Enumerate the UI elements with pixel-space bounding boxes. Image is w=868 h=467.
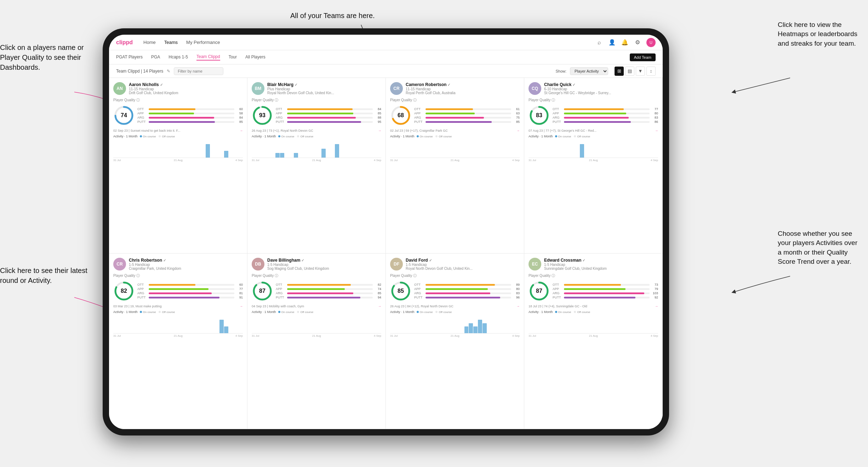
nav-teams[interactable]: Teams (164, 40, 178, 45)
round-arrow[interactable]: → (378, 304, 381, 308)
search-icon[interactable]: ⌕ (595, 39, 603, 46)
stat-bar (426, 284, 495, 286)
round-arrow[interactable]: → (516, 129, 520, 132)
tab-tour[interactable]: Tour (229, 55, 237, 60)
verified-icon: ✓ (295, 83, 297, 87)
activity-title: Activity · 1 Month (390, 135, 415, 138)
stat-bar-bg (287, 284, 373, 286)
stat-row: OTT 60 (137, 283, 243, 286)
player-card[interactable]: DB Dave Billingham ✓ 1-5 Handicap Sog Ma… (247, 254, 386, 429)
quality-circle[interactable]: 68 (390, 105, 411, 126)
player-name[interactable]: Charlie Quick ✓ (544, 82, 658, 87)
round-arrow[interactable]: → (655, 129, 658, 132)
stat-row: APP 85 (276, 112, 381, 115)
stat-bar-bg (564, 297, 650, 298)
filter-icon[interactable]: ▼ (636, 67, 645, 76)
sort-icon[interactable]: ↕ (646, 67, 656, 76)
search-input[interactable] (174, 67, 223, 75)
tab-all-players[interactable]: All Players (245, 55, 265, 60)
chart-bar (294, 153, 298, 158)
quality-circle[interactable]: 87 (252, 280, 273, 302)
stat-bar (426, 292, 490, 294)
round-text: 26 Aug 23 | 73 (+1), Royal North Devon G… (252, 129, 313, 132)
avatar[interactable]: U (646, 38, 656, 47)
stat-row: APP 77 (137, 287, 243, 291)
verified-icon: ✓ (582, 258, 585, 262)
player-name[interactable]: Cameron Robertson ✓ (406, 82, 520, 87)
round-arrow[interactable]: → (378, 129, 381, 132)
nav-home[interactable]: Home (143, 40, 156, 45)
chart-area (252, 139, 381, 158)
date-end: 4 Sep (651, 334, 658, 337)
quality-circle[interactable]: 93 (252, 105, 273, 126)
on-course-label: On course (420, 311, 433, 314)
settings-icon[interactable]: ⚙ (634, 39, 641, 46)
date-mid: 21 Aug (174, 159, 183, 162)
stat-bar (564, 284, 621, 286)
stat-label: PUTT (137, 296, 147, 299)
stat-label: OTT (553, 107, 563, 111)
quality-circle[interactable]: 83 (529, 105, 550, 126)
bell-icon[interactable]: 🔔 (621, 39, 629, 46)
on-course-legend: On course (417, 311, 433, 314)
round-arrow[interactable]: → (240, 129, 243, 132)
stat-bar (564, 117, 629, 119)
stat-bar (426, 121, 492, 123)
ipad-frame: clippd Home Teams My Performance ⌕ 👤 🔔 ⚙… (103, 28, 669, 435)
player-card[interactable]: BM Blair McHarg ✓ Plus Handicap Royal No… (247, 78, 386, 254)
show-select[interactable]: Player Activity (570, 67, 608, 75)
activity-title: Activity · 1 Month (529, 135, 553, 138)
add-team-button[interactable]: Add Team (630, 53, 656, 61)
quality-circle[interactable]: 87 (529, 280, 550, 302)
round-arrow[interactable]: → (655, 304, 658, 308)
player-name[interactable]: Dave Billingham ✓ (267, 258, 381, 263)
tab-team-clippd[interactable]: Team Clippd (196, 54, 220, 61)
activity-header: Activity · 1 Month On course Off course (252, 135, 381, 138)
stat-row: OTT 77 (553, 107, 658, 111)
tab-hcaps[interactable]: Hcaps 1-5 (169, 55, 188, 60)
stat-row: OTT 82 (276, 283, 381, 286)
activity-section: Activity · 1 Month On course Off course (113, 310, 243, 337)
player-card[interactable]: DF David Ford ✓ 1-5 Handicap Royal North… (386, 254, 524, 429)
player-name[interactable]: David Ford ✓ (406, 258, 520, 263)
player-card[interactable]: CQ Charlie Quick ✓ 6-10 Handicap St Geor… (524, 78, 663, 254)
stat-row: PUTT 96 (414, 296, 520, 299)
stat-row: OTT 60 (137, 107, 243, 111)
round-arrow[interactable]: → (240, 304, 243, 308)
verified-icon: ✓ (447, 83, 450, 87)
player-name[interactable]: Edward Crossman ✓ (544, 258, 658, 263)
player-card[interactable]: EC Edward Crossman ✓ 1-5 Handicap Sunnin… (524, 254, 663, 429)
date-start: 31 Jul (252, 334, 259, 337)
player-card[interactable]: AN Aaron Nicholls ✓ 11-15 Handicap Drift… (109, 78, 247, 254)
quality-circle[interactable]: 74 (113, 105, 135, 126)
tab-pga[interactable]: PGA (151, 55, 160, 60)
quality-label: Player Quality ⓘ (113, 98, 243, 103)
player-header: CR Chris Robertson ✓ 1-5 Handicap Craigm… (113, 258, 243, 270)
player-name[interactable]: Aaron Nicholls ✓ (129, 82, 243, 87)
tab-pgat-players[interactable]: PGAT Players (116, 55, 143, 60)
chart-area (113, 315, 243, 334)
stat-label: ARG (137, 291, 147, 295)
date-start: 31 Jul (390, 159, 398, 162)
avatar-initials: CR (116, 262, 122, 267)
round-arrow[interactable]: → (516, 304, 520, 308)
grid-view-icon[interactable]: ⊞ (615, 67, 624, 76)
toolbar: Team Clippd | 14 Players ✎ Show: Player … (109, 64, 663, 78)
quality-label: Player Quality ⓘ (252, 273, 381, 278)
round-text: 03 Mar 23 | 19, Must make putting (113, 304, 161, 308)
quality-circle[interactable]: 82 (113, 280, 135, 302)
stat-label: PUTT (553, 296, 563, 299)
stats-list: OTT 60 APP 77 ARG 81 PUTT 9 (137, 283, 243, 299)
list-view-icon[interactable]: ▤ (625, 67, 634, 76)
player-name[interactable]: Chris Robertson ✓ (129, 258, 243, 263)
profile-icon[interactable]: 👤 (608, 39, 616, 46)
player-card[interactable]: CR Chris Robertson ✓ 1-5 Handicap Craigm… (109, 254, 247, 429)
stat-bar (149, 284, 195, 286)
player-name[interactable]: Blair McHarg ✓ (267, 82, 381, 87)
round-info: 02 Sep 23 | Sunset round to get back int… (113, 129, 243, 132)
edit-icon[interactable]: ✎ (167, 69, 170, 74)
player-card[interactable]: CR Cameron Robertson ✓ 11-15 Handicap Ro… (386, 78, 524, 254)
quality-circle[interactable]: 85 (390, 280, 411, 302)
nav-my-performance[interactable]: My Performance (186, 40, 220, 45)
on-course-legend: On course (555, 135, 571, 138)
